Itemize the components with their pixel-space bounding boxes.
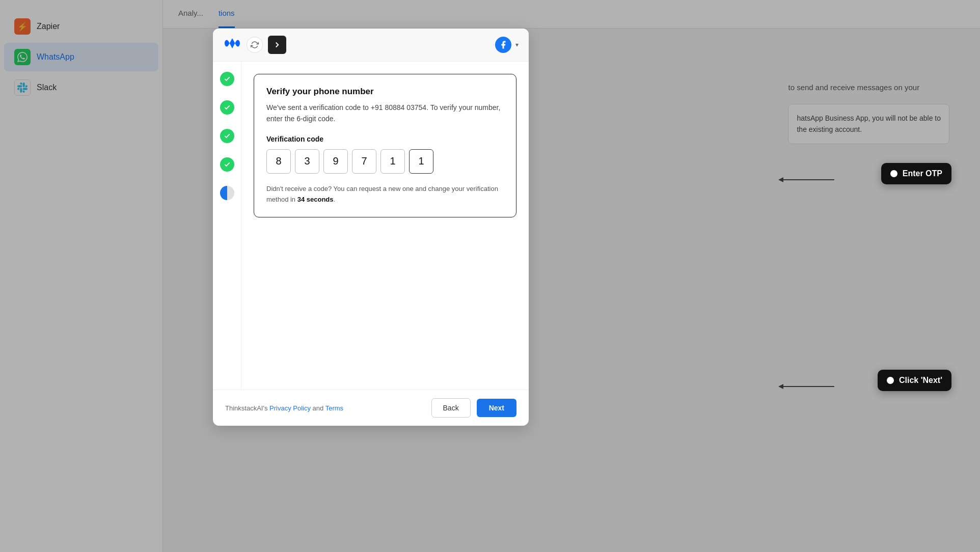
click-next-arrow <box>778 379 839 394</box>
countdown-bold: 34 seconds <box>297 196 334 203</box>
svg-marker-4 <box>778 177 783 182</box>
step-1-check <box>220 72 234 86</box>
modal-body: Verify your phone number We've sent a ve… <box>213 62 529 390</box>
steps-sidebar <box>213 62 241 390</box>
otp-digit-6[interactable]: 1 <box>409 149 433 174</box>
brand-name: ThinkstackAI's <box>225 404 267 412</box>
verification-code-label: Verification code <box>266 135 504 143</box>
avatar <box>495 37 511 53</box>
otp-digit-2[interactable]: 3 <box>295 149 319 174</box>
privacy-policy-link[interactable]: Privacy Policy <box>269 404 311 412</box>
meta-logo <box>223 38 241 51</box>
modal-header: ▾ <box>213 29 529 62</box>
otp-digit-4[interactable]: 7 <box>352 149 376 174</box>
otp-digit-3[interactable]: 9 <box>323 149 348 174</box>
terminal-icon-button[interactable] <box>268 36 286 54</box>
otp-digit-1[interactable]: 8 <box>266 149 291 174</box>
click-next-tooltip: Click 'Next' <box>878 370 951 391</box>
modal-content-area: Verify your phone number We've sent a ve… <box>241 62 529 390</box>
step-5-half <box>220 186 234 200</box>
click-next-label: Click 'Next' <box>899 376 942 385</box>
click-next-annotation: Click 'Next' <box>878 370 951 391</box>
verify-description: We've sent a verification code to +91 80… <box>266 102 504 125</box>
back-button[interactable]: Back <box>431 398 471 418</box>
otp-digit-5[interactable]: 1 <box>380 149 405 174</box>
step-4-check <box>220 157 234 172</box>
terms-link[interactable]: Terms <box>325 404 343 412</box>
modal-footer: ThinkstackAI's Privacy Policy and Terms … <box>213 390 529 426</box>
next-button[interactable]: Next <box>477 399 516 417</box>
click-next-dot <box>887 377 894 384</box>
modal-container: ▾ <box>213 29 529 426</box>
svg-marker-6 <box>778 384 783 389</box>
step-2-check <box>220 100 234 115</box>
footer-buttons: Back Next <box>431 398 516 418</box>
enter-otp-tooltip: Enter OTP <box>881 163 951 184</box>
enter-otp-dot <box>890 170 897 177</box>
enter-otp-arrow <box>778 172 839 187</box>
and-text: and <box>313 404 325 412</box>
enter-otp-label: Enter OTP <box>903 169 942 178</box>
refresh-icon-button[interactable] <box>247 37 263 53</box>
footer-links: ThinkstackAI's Privacy Policy and Terms <box>225 404 343 412</box>
resend-text: Didn't receive a code? You can request a… <box>266 184 504 205</box>
modal-overlay: ▾ <box>0 0 980 552</box>
step-3-check <box>220 129 234 143</box>
otp-inputs: 8 3 9 7 1 1 <box>266 149 504 174</box>
enter-otp-annotation: Enter OTP <box>881 163 951 184</box>
modal-header-icons <box>223 36 286 54</box>
chevron-down-icon[interactable]: ▾ <box>515 41 519 48</box>
verify-title: Verify your phone number <box>266 87 504 97</box>
modal-header-right: ▾ <box>495 37 519 53</box>
verify-box: Verify your phone number We've sent a ve… <box>254 74 516 217</box>
